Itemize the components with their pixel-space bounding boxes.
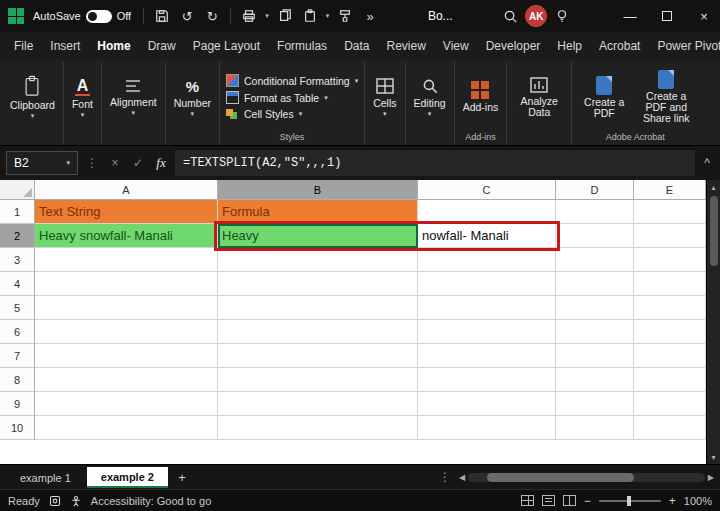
cell-D10[interactable] [556,416,634,440]
cell-C8[interactable] [418,368,556,392]
collapse-formula-bar-icon[interactable]: ^ [700,156,714,170]
cell-E8[interactable] [634,368,706,392]
cell-A6[interactable] [35,320,218,344]
cell-A2[interactable]: Heavy snowfall- Manali [35,224,218,248]
more-commands-button[interactable]: » [360,4,380,28]
new-sheet-button[interactable]: + [170,470,194,485]
cell-A5[interactable] [35,296,218,320]
sheet-tab-example-2[interactable]: example 2 [87,467,168,488]
row-header-6[interactable]: 6 [0,320,35,344]
scroll-down-icon[interactable]: ▼ [710,450,717,464]
cell-B3[interactable] [218,248,418,272]
cell-B7[interactable] [218,344,418,368]
cell-A8[interactable] [35,368,218,392]
paste-button[interactable] [300,4,320,28]
cell-E10[interactable] [634,416,706,440]
zoom-out-button[interactable]: − [584,494,591,508]
cell-E4[interactable] [634,272,706,296]
cell-B5[interactable] [218,296,418,320]
scroll-left-icon[interactable]: ◀ [459,473,465,482]
formula-bar-dots-icon[interactable]: ⋮ [83,156,101,170]
tab-insert[interactable]: Insert [42,34,88,58]
select-all-corner[interactable] [0,180,35,200]
row-header-2[interactable]: 2 [0,224,35,248]
autosave-toggle[interactable]: AutoSave Off [29,10,135,23]
name-box[interactable]: B2 ▾ [6,151,78,175]
cells-button[interactable]: Cells ▾ [368,76,401,118]
cell-A4[interactable] [35,272,218,296]
tab-formulas[interactable]: Formulas [269,34,335,58]
horizontal-scroll-thumb[interactable] [487,473,634,482]
chevron-down-icon[interactable]: ▾ [325,12,331,20]
column-header-D[interactable]: D [556,180,634,200]
tab-file[interactable]: File [6,34,41,58]
page-break-preview-icon[interactable] [563,495,576,506]
cell-E2[interactable] [634,224,706,248]
tab-review[interactable]: Review [378,34,433,58]
tab-page-layout[interactable]: Page Layout [185,34,268,58]
insert-function-button[interactable]: fx [152,155,170,171]
macro-record-icon[interactable] [49,495,61,507]
search-button[interactable] [500,4,520,28]
analyze-data-button[interactable]: Analyze Data [510,75,568,119]
row-header-10[interactable]: 10 [0,416,35,440]
add-ins-button[interactable]: Add-ins [458,80,504,114]
minimize-button[interactable]: — [614,0,646,32]
zoom-level[interactable]: 100% [684,495,712,507]
tab-power-pivot[interactable]: Power Pivot [649,34,720,58]
alignment-button[interactable]: Alignment ▾ [105,77,162,117]
print-button[interactable] [239,4,259,28]
cell-A7[interactable] [35,344,218,368]
cell-A10[interactable] [35,416,218,440]
tab-help[interactable]: Help [549,34,590,58]
zoom-in-button[interactable]: + [669,494,676,508]
cell-C1[interactable] [418,200,556,224]
cell-C4[interactable] [418,272,556,296]
column-header-C[interactable]: C [418,180,556,200]
row-header-5[interactable]: 5 [0,296,35,320]
column-header-A[interactable]: A [35,180,218,200]
cell-E5[interactable] [634,296,706,320]
cell-A3[interactable] [35,248,218,272]
tab-draw[interactable]: Draw [140,34,184,58]
save-button[interactable] [152,4,172,28]
sheet-tab-example-1[interactable]: example 1 [6,468,85,487]
cell-C5[interactable] [418,296,556,320]
close-button[interactable]: × [688,0,720,32]
format-painter-button[interactable] [335,4,355,28]
tab-data[interactable]: Data [336,34,377,58]
scroll-up-icon[interactable]: ▲ [710,180,717,194]
row-header-7[interactable]: 7 [0,344,35,368]
undo-button[interactable]: ↺ [177,4,197,28]
cancel-entry-button[interactable]: × [106,156,124,170]
tab-home[interactable]: Home [89,34,138,58]
cell-D8[interactable] [556,368,634,392]
font-button[interactable]: A Font ▾ [67,76,98,119]
cell-B1[interactable]: Formula [218,200,418,224]
row-header-3[interactable]: 3 [0,248,35,272]
row-header-9[interactable]: 9 [0,392,35,416]
cell-D9[interactable] [556,392,634,416]
chevron-down-icon[interactable]: ▾ [264,12,270,20]
cell-D7[interactable] [556,344,634,368]
column-header-B[interactable]: B [218,180,418,200]
editing-button[interactable]: Editing ▾ [409,76,451,118]
cell-C2[interactable]: nowfall- Manali [418,224,556,248]
tab-acrobat[interactable]: Acrobat [591,34,648,58]
accessibility-status[interactable]: Accessibility: Good to go [91,495,211,507]
vertical-scrollbar[interactable]: ▲ ▼ [706,180,720,464]
row-header-4[interactable]: 4 [0,272,35,296]
page-layout-view-icon[interactable] [542,495,555,506]
formula-input[interactable]: =TEXTSPLIT(A2,"S",,,1) [175,150,695,176]
cell-B8[interactable] [218,368,418,392]
clipboard-button[interactable]: Clipboard ▾ [5,74,60,120]
cell-E3[interactable] [634,248,706,272]
cell-C7[interactable] [418,344,556,368]
maximize-button[interactable] [651,0,683,32]
cell-E1[interactable] [634,200,706,224]
zoom-slider[interactable] [599,500,661,502]
tab-view[interactable]: View [435,34,477,58]
cell-C3[interactable] [418,248,556,272]
create-pdf-button[interactable]: Create a PDF [575,75,633,120]
cell-A1[interactable]: Text String [35,200,218,224]
